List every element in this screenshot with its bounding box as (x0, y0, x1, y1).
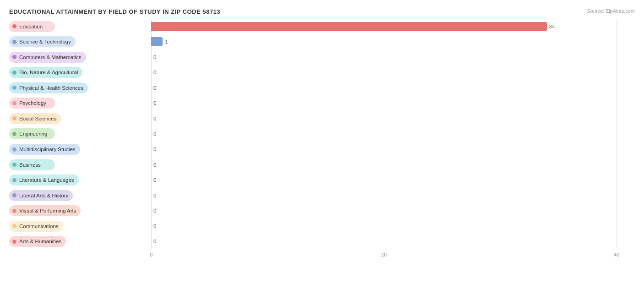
bar-value-label: 0 (153, 193, 156, 198)
bar-label-text: Science & Technology (19, 39, 71, 44)
bar-dot-icon (12, 163, 16, 167)
bar-label-text: Multidisciplinary Studies (19, 147, 76, 152)
bar-label-text: Literature & Languages (19, 177, 74, 183)
bar-fill-container: 0 (151, 173, 617, 187)
bar-dot-icon (12, 116, 16, 120)
bar-label-pill: Bio, Nature & Agricultural (9, 67, 82, 78)
bars-wrapper: Education34Science & Technology1Computer… (9, 19, 617, 249)
bar-label-text: Arts & Humanities (19, 239, 61, 244)
bar-label-pill: Arts & Humanities (9, 236, 66, 247)
bar-row: Bio, Nature & Agricultural0 (9, 65, 617, 80)
bar-value-label: 0 (153, 116, 156, 121)
bar-label-pill: Computers & Mathematics (9, 52, 86, 63)
bar-fill-container: 0 (151, 203, 617, 218)
bar-label-text: Engineering (19, 131, 47, 136)
bar-label-pill: Science & Technology (9, 36, 76, 47)
bar-dot-icon (12, 178, 16, 182)
bar-label-text: Business (19, 162, 41, 168)
bar-label-pill: Physical & Health Sciences (9, 82, 88, 93)
x-axis-label: 40 (614, 252, 619, 257)
bar-fill-container: 0 (151, 65, 617, 80)
bar-value-label: 0 (153, 100, 156, 106)
bar-label-pill: Social Sciences (9, 113, 61, 124)
bar-fill-container: 0 (151, 126, 617, 141)
bar-fill (151, 22, 547, 31)
chart-container: EDUCATIONAL ATTAINMENT BY FIELD OF STUDY… (0, 0, 644, 289)
bar-row: Business0 (9, 158, 617, 172)
x-axis-label: 0 (150, 252, 153, 257)
bar-label-pill: Engineering (9, 128, 55, 139)
bar-fill-container: 0 (151, 81, 617, 95)
bar-label-pill: Multidisciplinary Studies (9, 144, 80, 155)
bar-dot-icon (12, 71, 16, 75)
bar-value-label: 0 (153, 208, 156, 213)
bar-row: Science & Technology1 (9, 34, 617, 49)
bar-fill-container: 0 (151, 142, 617, 157)
bar-fill-container: 0 (151, 234, 617, 249)
bar-value-label: 0 (153, 85, 156, 91)
bar-dot-icon (12, 55, 16, 59)
bar-row: Literature & Languages0 (9, 173, 617, 187)
bar-value-label: 0 (153, 162, 156, 168)
bar-dot-icon (12, 24, 16, 28)
bar-value-label: 0 (153, 131, 156, 136)
bar-fill (151, 37, 163, 46)
bar-row: Communications0 (9, 219, 617, 234)
bar-value-label: 0 (153, 224, 156, 229)
chart-area: Education34Science & Technology1Computer… (9, 19, 635, 263)
bar-fill-container: 0 (151, 219, 617, 234)
bar-label-pill: Education (9, 21, 55, 32)
bar-dot-icon (12, 86, 16, 90)
bar-value-label: 1 (165, 39, 168, 44)
bar-label-pill: Liberal Arts & History (9, 190, 73, 201)
bar-dot-icon (12, 209, 16, 213)
bar-row: Social Sciences0 (9, 111, 617, 126)
bar-dot-icon (12, 101, 16, 105)
bar-row: Psychology0 (9, 96, 617, 110)
bar-dot-icon (12, 240, 16, 244)
bar-value-label: 0 (153, 147, 156, 152)
bar-row: Multidisciplinary Studies0 (9, 142, 617, 157)
chart-title: EDUCATIONAL ATTAINMENT BY FIELD OF STUDY… (9, 8, 635, 15)
bar-label-pill: Psychology (9, 98, 55, 109)
bar-fill-container: 0 (151, 111, 617, 126)
bar-label-text: Social Sciences (19, 116, 56, 121)
bar-fill-container: 0 (151, 96, 617, 110)
bar-row: Computers & Mathematics0 (9, 50, 617, 65)
bar-label-text: Bio, Nature & Agricultural (19, 70, 78, 75)
bar-dot-icon (12, 40, 16, 44)
grid-line (617, 19, 617, 249)
bar-fill-container: 34 (151, 19, 617, 34)
bar-dot-icon (12, 147, 16, 152)
bar-label-text: Visual & Performing Arts (19, 208, 76, 213)
bar-label-pill: Literature & Languages (9, 174, 79, 185)
bar-fill-container: 1 (151, 34, 617, 49)
bar-row: Visual & Performing Arts0 (9, 203, 617, 218)
bar-row: Arts & Humanities0 (9, 234, 617, 249)
bar-row: Engineering0 (9, 126, 617, 141)
x-axis-label: 20 (381, 252, 387, 257)
bar-label-text: Communications (19, 224, 59, 229)
bar-label-text: Liberal Arts & History (19, 193, 68, 198)
bar-fill-container: 0 (151, 158, 617, 172)
x-axis: 02040 (151, 250, 617, 263)
bar-label-pill: Visual & Performing Arts (9, 205, 81, 216)
bar-fill-container: 0 (151, 188, 617, 203)
bar-label-text: Education (19, 24, 43, 29)
bar-value-label: 34 (549, 24, 555, 29)
bar-value-label: 0 (153, 239, 156, 244)
bar-value-label: 0 (153, 70, 156, 75)
bar-dot-icon (12, 193, 16, 197)
bar-value-label: 0 (153, 177, 156, 183)
bar-row: Education34 (9, 19, 617, 34)
bar-label-text: Computers & Mathematics (19, 55, 82, 60)
bar-label-text: Psychology (19, 100, 46, 106)
bar-row: Liberal Arts & History0 (9, 188, 617, 203)
bar-dot-icon (12, 132, 16, 136)
bar-fill-container: 0 (151, 50, 617, 65)
source-label: Source: ZipAtlas.com (587, 8, 635, 14)
bar-label-pill: Business (9, 159, 55, 170)
bar-label-pill: Communications (9, 221, 63, 232)
bar-label-text: Physical & Health Sciences (19, 85, 83, 91)
bar-value-label: 0 (153, 55, 156, 60)
